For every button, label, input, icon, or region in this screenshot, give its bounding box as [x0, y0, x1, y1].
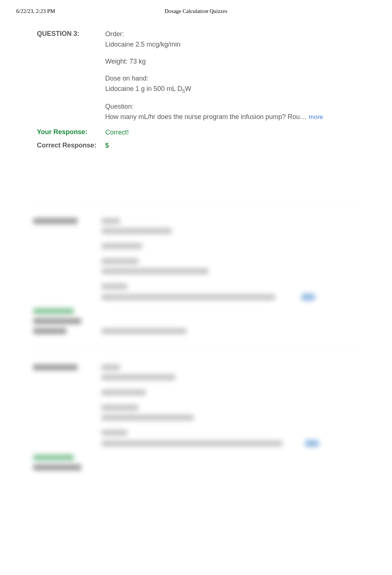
dose-value-post: W: [185, 85, 191, 92]
order-value: Lidocaine 2.5 mcg/kg/min: [105, 40, 355, 50]
your-response-label: Your Response:: [37, 127, 105, 136]
correct-response-label: Correct Response:: [37, 141, 105, 149]
more-link[interactable]: more: [309, 112, 323, 122]
dose-value-sub: 5: [182, 88, 185, 93]
dose-value: Lidocaine 1 g in 500 mL D5W: [105, 84, 355, 95]
blurred-question-card: [33, 350, 359, 486]
header-datetime: 6/22/23, 2:23 PM: [16, 8, 55, 14]
order-label: Order:: [105, 29, 355, 40]
question-text: How many mL/hr does the nurse program th…: [105, 112, 306, 122]
question-block: QUESTION 3: Order: Lidocaine 2.5 mcg/kg/…: [0, 18, 392, 151]
dose-value-pre: Lidocaine 1 g in 500 mL D: [105, 85, 182, 92]
question-body: Order: Lidocaine 2.5 mcg/kg/min Weight: …: [105, 29, 355, 122]
correct-response-value: 5: [105, 141, 355, 151]
your-response-value: Correct!: [105, 127, 355, 138]
blurred-question-card: [33, 203, 359, 350]
question-label: Question:: [105, 102, 355, 112]
dose-label: Dose on hand:: [105, 74, 355, 84]
blurred-preview-region: [0, 203, 392, 486]
question-number-label: QUESTION 3:: [37, 29, 105, 38]
header-title: Dosage Calculation Quizzes: [165, 8, 227, 14]
weight-text: Weight: 73 kg: [105, 57, 355, 67]
